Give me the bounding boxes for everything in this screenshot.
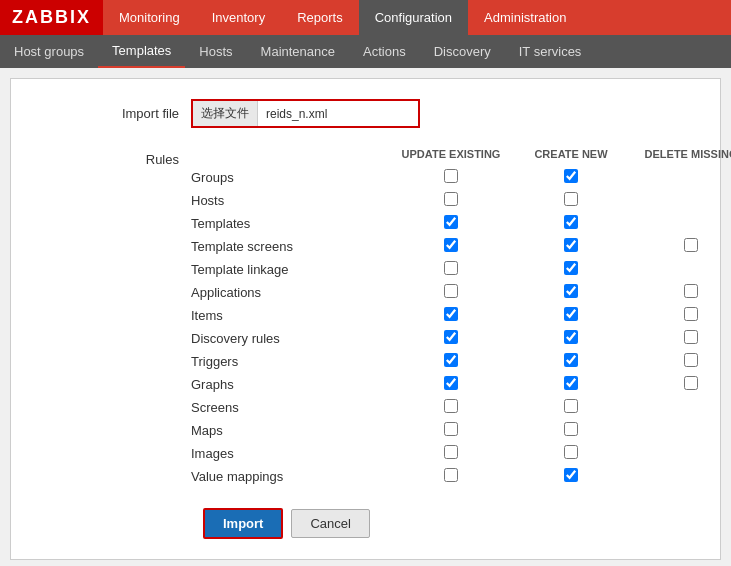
table-row: Graphs [191, 373, 731, 396]
update-check-cell [391, 192, 511, 209]
update-check-cell [391, 238, 511, 255]
create-checkbox[interactable] [564, 353, 578, 367]
create-check-cell [511, 399, 631, 416]
delete-checkbox[interactable] [684, 307, 698, 321]
file-name-display: reids_n.xml [258, 103, 418, 125]
create-checkbox[interactable] [564, 169, 578, 183]
rules-label: Rules [31, 148, 191, 488]
create-checkbox[interactable] [564, 307, 578, 321]
delete-checkbox[interactable] [684, 376, 698, 390]
update-check-cell [391, 422, 511, 439]
top-nav-items: Monitoring Inventory Reports Configurati… [103, 0, 582, 35]
create-check-cell [511, 169, 631, 186]
update-checkbox[interactable] [444, 353, 458, 367]
rules-rows: GroupsHostsTemplatesTemplate screensTemp… [191, 166, 731, 488]
create-checkbox[interactable] [564, 261, 578, 275]
row-label: Triggers [191, 354, 391, 369]
update-check-cell [391, 468, 511, 485]
top-nav-administration[interactable]: Administration [468, 0, 582, 35]
table-row: Hosts [191, 189, 731, 212]
update-check-cell [391, 169, 511, 186]
update-checkbox[interactable] [444, 192, 458, 206]
create-checkbox[interactable] [564, 422, 578, 436]
row-label: Applications [191, 285, 391, 300]
update-checkbox[interactable] [444, 238, 458, 252]
update-checkbox[interactable] [444, 284, 458, 298]
sub-nav-actions[interactable]: Actions [349, 35, 420, 68]
update-checkbox[interactable] [444, 307, 458, 321]
rules-header: UPDATE EXISTING CREATE NEW DELETE MISSIN… [191, 148, 731, 160]
row-label: Hosts [191, 193, 391, 208]
update-checkbox[interactable] [444, 376, 458, 390]
delete-checkbox[interactable] [684, 284, 698, 298]
top-nav-configuration[interactable]: Configuration [359, 0, 468, 35]
create-checkbox[interactable] [564, 284, 578, 298]
create-checkbox[interactable] [564, 445, 578, 459]
delete-checkbox[interactable] [684, 238, 698, 252]
row-label: Value mappings [191, 469, 391, 484]
row-label: Graphs [191, 377, 391, 392]
rules-section: Rules UPDATE EXISTING CREATE NEW DELETE … [31, 148, 700, 488]
sub-nav-host-groups[interactable]: Host groups [0, 35, 98, 68]
update-checkbox[interactable] [444, 468, 458, 482]
delete-check-cell [631, 376, 731, 393]
create-check-cell [511, 330, 631, 347]
create-checkbox[interactable] [564, 399, 578, 413]
table-row: Value mappings [191, 465, 731, 488]
delete-checkbox[interactable] [684, 330, 698, 344]
import-file-label: Import file [31, 106, 191, 121]
choose-file-button[interactable]: 选择文件 [193, 101, 258, 126]
sub-nav-it-services[interactable]: IT services [505, 35, 596, 68]
row-label: Template screens [191, 239, 391, 254]
create-checkbox[interactable] [564, 376, 578, 390]
content: Import file 选择文件 reids_n.xml Rules UPDAT… [10, 78, 721, 560]
import-button[interactable]: Import [203, 508, 283, 539]
update-checkbox[interactable] [444, 169, 458, 183]
row-label: Images [191, 446, 391, 461]
logo-text: ZABBIX [12, 7, 91, 28]
create-checkbox[interactable] [564, 192, 578, 206]
create-check-cell [511, 422, 631, 439]
update-checkbox[interactable] [444, 422, 458, 436]
row-label: Discovery rules [191, 331, 391, 346]
update-check-cell [391, 284, 511, 301]
row-label: Maps [191, 423, 391, 438]
sub-nav-hosts[interactable]: Hosts [185, 35, 246, 68]
create-checkbox[interactable] [564, 468, 578, 482]
delete-checkbox[interactable] [684, 353, 698, 367]
top-nav-inventory[interactable]: Inventory [196, 0, 281, 35]
sub-nav-maintenance[interactable]: Maintenance [247, 35, 349, 68]
update-check-cell [391, 445, 511, 462]
file-input-wrapper: 选择文件 reids_n.xml [191, 99, 420, 128]
update-checkbox[interactable] [444, 215, 458, 229]
row-label: Groups [191, 170, 391, 185]
row-label: Templates [191, 216, 391, 231]
update-checkbox[interactable] [444, 330, 458, 344]
update-check-cell [391, 330, 511, 347]
create-checkbox[interactable] [564, 238, 578, 252]
import-file-row: Import file 选择文件 reids_n.xml [31, 99, 700, 128]
sub-nav-templates[interactable]: Templates [98, 35, 185, 68]
update-checkbox[interactable] [444, 399, 458, 413]
create-check-cell [511, 468, 631, 485]
rules-table: UPDATE EXISTING CREATE NEW DELETE MISSIN… [191, 148, 731, 488]
logo: ZABBIX [0, 0, 103, 35]
row-label: Template linkage [191, 262, 391, 277]
update-check-cell [391, 353, 511, 370]
table-row: Items [191, 304, 731, 327]
rules-col-name [191, 148, 391, 160]
top-nav-monitoring[interactable]: Monitoring [103, 0, 196, 35]
delete-check-cell [631, 353, 731, 370]
table-row: Images [191, 442, 731, 465]
create-check-cell [511, 353, 631, 370]
create-checkbox[interactable] [564, 330, 578, 344]
buttons-row: Import Cancel [31, 508, 700, 539]
row-label: Screens [191, 400, 391, 415]
create-checkbox[interactable] [564, 215, 578, 229]
sub-nav-discovery[interactable]: Discovery [420, 35, 505, 68]
top-nav-reports[interactable]: Reports [281, 0, 359, 35]
update-checkbox[interactable] [444, 261, 458, 275]
update-checkbox[interactable] [444, 445, 458, 459]
cancel-button[interactable]: Cancel [291, 509, 369, 538]
table-row: Template screens [191, 235, 731, 258]
